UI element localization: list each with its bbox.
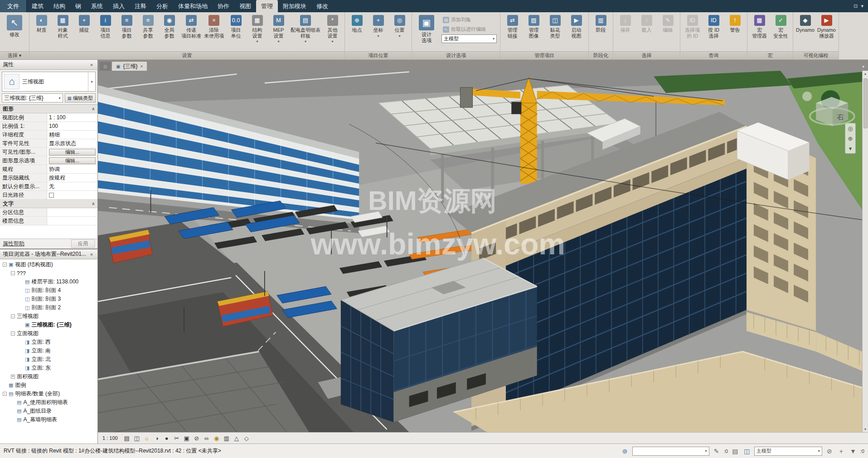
- design-options-select[interactable]: 主模型 ▾: [754, 447, 822, 456]
- transfer-project-standards-button[interactable]: ⇄ 传递 项目标准: [180, 13, 203, 51]
- phases-button[interactable]: ▥ 阶段: [590, 13, 611, 51]
- browser-tree-item[interactable]: - ▣ 视图 (结构视图): [0, 260, 97, 269]
- mep-settings-button[interactable]: M MEP 设置 ▾: [268, 13, 289, 51]
- view-tab-3d[interactable]: ▣ {三维} ×: [112, 62, 147, 71]
- pick-to-edit-button[interactable]: ↖ 拾取以进行编辑: [441, 25, 497, 34]
- type-selector[interactable]: ⌂ 三维视图 ▾: [2, 72, 96, 92]
- edit-selection-button[interactable]: ✎ 编辑: [657, 13, 679, 51]
- ribbon-tab[interactable]: 协作: [213, 0, 234, 12]
- tree-expander-icon[interactable]: -: [11, 331, 15, 336]
- worksets-icon[interactable]: ⊚: [621, 447, 630, 456]
- project-units-button[interactable]: 0.0 项目 单位: [225, 13, 247, 51]
- ids-of-selection-button[interactable]: ID 选择项 的 ID: [682, 13, 703, 51]
- chevron-down-icon[interactable]: ▾: [88, 72, 95, 91]
- property-value[interactable]: [47, 217, 97, 225]
- lock-view-icon[interactable]: ⊘: [192, 434, 201, 443]
- decal-types-button[interactable]: ◫ 贴花 类型: [544, 13, 566, 51]
- property-value[interactable]: 显示原状态: [47, 139, 97, 147]
- browser-tree-item[interactable]: - ▤ 明细表/数量 (全部): [0, 390, 97, 398]
- drawing-area[interactable]: 右 BIM资源网 www.bimzyw.com ◎ ⊕: [98, 71, 862, 432]
- worksets-select[interactable]: ▾: [632, 447, 709, 456]
- coordinates-button[interactable]: + 坐标 ▾: [368, 13, 389, 51]
- close-icon[interactable]: ×: [140, 64, 143, 69]
- sun-path-icon[interactable]: ☼: [142, 434, 151, 443]
- dynamo-button[interactable]: ◆ Dynamo: [795, 13, 816, 51]
- global-parameters-button[interactable]: ◉ 全局 参数: [159, 13, 180, 51]
- browser-tree-item[interactable]: - 三维视图: [0, 312, 97, 321]
- browser-tree-item[interactable]: ◨ 立面: 北: [0, 355, 97, 364]
- starting-view-button[interactable]: ▶ 启动 视图: [566, 13, 587, 51]
- crop-view-icon[interactable]: ✂: [172, 434, 181, 443]
- property-value[interactable]: 编辑...: [47, 148, 97, 156]
- add-to-set-button[interactable]: ▤ 添加到集: [441, 15, 497, 24]
- position-button[interactable]: ◎ 位置 ▾: [389, 13, 410, 51]
- ribbon-tab[interactable]: 插入: [108, 0, 130, 12]
- visual-style-icon[interactable]: ◫: [132, 434, 141, 443]
- scene-3d-view[interactable]: 右 BIM资源网 www.bimzyw.com: [98, 71, 862, 432]
- scroll-down-icon[interactable]: ▼: [864, 426, 867, 432]
- temporary-view-properties-icon[interactable]: ▥: [222, 434, 231, 443]
- shared-parameters-button[interactable]: ≡ 共享 参数: [137, 13, 159, 51]
- browser-tree-item[interactable]: ▤ 楼层平面: 1138.000: [0, 278, 97, 286]
- show-crop-icon[interactable]: ▣: [182, 434, 191, 443]
- home-view-button[interactable]: ⌂: [99, 62, 111, 71]
- zoom-icon[interactable]: ⊕: [845, 133, 855, 143]
- design-options-icon[interactable]: ◫: [742, 447, 752, 456]
- ribbon-state-icon[interactable]: ⊡: [853, 3, 858, 9]
- ribbon-tab[interactable]: 结构: [48, 0, 70, 12]
- tree-expander-icon[interactable]: -: [11, 271, 15, 275]
- property-value[interactable]: 1 : 100: [47, 113, 97, 122]
- select-by-id-button[interactable]: ID 按 ID 选择: [703, 13, 724, 51]
- browser-tree-item[interactable]: ▣ 三维视图: {三维}: [0, 321, 97, 329]
- render-icon[interactable]: ●: [162, 434, 171, 443]
- browser-tree-item[interactable]: ◫ 剖面: 剖面 3: [0, 295, 97, 303]
- manage-images-button[interactable]: ▨ 管理 图像: [523, 13, 544, 51]
- file-menu-button[interactable]: 文件: [0, 0, 27, 12]
- analytical-model-icon[interactable]: △: [232, 434, 241, 443]
- ribbon-cycle-icon[interactable]: ▾: [861, 3, 863, 9]
- additional-settings-button[interactable]: * 其他 设置 ▾: [322, 13, 343, 51]
- ribbon-tab[interactable]: 建筑: [27, 0, 48, 12]
- active-design-option-select[interactable]: 主模型 ▾: [441, 34, 497, 43]
- tab-list-icon[interactable]: ▾: [858, 64, 868, 71]
- reuse-selection-icon[interactable]: ▤: [731, 447, 740, 456]
- browser-tree-item[interactable]: ◫ 剖面: 剖面 4: [0, 286, 97, 295]
- project-parameters-button[interactable]: ≡ 项目 参数: [116, 13, 137, 51]
- ribbon-tab[interactable]: 系统: [86, 0, 108, 12]
- materials-button[interactable]: ◐ 材质: [31, 13, 52, 51]
- vertical-scrollbar[interactable]: ▲ ▼: [862, 71, 868, 432]
- macro-manager-button[interactable]: ▦ 宏 管理器: [749, 13, 770, 51]
- editing-requests-icon[interactable]: ✎: [712, 447, 721, 456]
- press-drag-icon[interactable]: +: [837, 447, 846, 456]
- property-value[interactable]: 编辑...: [47, 156, 97, 165]
- scrollbar-thumb[interactable]: [863, 78, 868, 128]
- navbar-expand-icon[interactable]: ▾: [845, 143, 855, 153]
- close-icon[interactable]: ×: [88, 252, 95, 257]
- ribbon-tab[interactable]: 体量和场地: [173, 0, 213, 12]
- property-value[interactable]: 按规程: [47, 174, 97, 182]
- detail-level-icon[interactable]: ▤: [122, 434, 131, 443]
- browser-tree-item[interactable]: ◫ 剖面: 剖面 2: [0, 303, 97, 312]
- exclude-options-icon[interactable]: ⊘: [825, 447, 834, 456]
- location-button[interactable]: ⊕ 地点: [346, 13, 368, 51]
- browser-tree-item[interactable]: + 面积视图: [0, 372, 97, 381]
- browser-tree-item[interactable]: ▤ A_图纸目录: [0, 407, 97, 415]
- snaps-button[interactable]: + 捕捉: [73, 13, 95, 51]
- property-value[interactable]: 100: [47, 122, 97, 130]
- project-information-button[interactable]: i 项目 信息: [95, 13, 116, 51]
- viewcube-face-label[interactable]: 右: [837, 113, 844, 121]
- property-value[interactable]: 精细: [47, 131, 97, 139]
- properties-help-link[interactable]: 属性帮助: [3, 240, 71, 248]
- section-header-text[interactable]: 文字 ∧: [0, 200, 97, 208]
- ribbon-tab[interactable]: 分析: [151, 0, 173, 12]
- reveal-hidden-icon[interactable]: ◉: [212, 434, 221, 443]
- ribbon-tab[interactable]: 钢: [70, 0, 86, 12]
- macro-security-button[interactable]: ✓ 宏 安全性: [770, 13, 791, 51]
- browser-tree-item[interactable]: ▤ A_使用面积明细表: [0, 398, 97, 407]
- ribbon-tab[interactable]: 管理: [256, 0, 278, 12]
- constraints-icon[interactable]: ◇: [242, 434, 251, 443]
- load-selection-button[interactable]: ↑ 载入: [636, 13, 657, 51]
- modify-button[interactable]: ↖ 修改: [1, 13, 28, 51]
- browser-tree-item[interactable]: - 立面视图: [0, 329, 97, 338]
- property-value[interactable]: [47, 208, 97, 216]
